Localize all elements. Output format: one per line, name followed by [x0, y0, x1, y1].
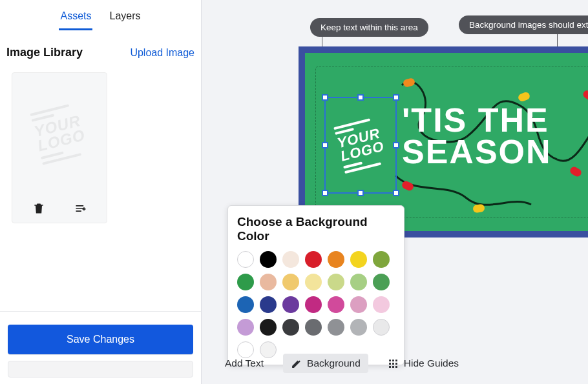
color-swatch[interactable]	[282, 274, 299, 290]
hide-guides-label: Hide Guides	[404, 358, 459, 369]
resize-handle[interactable]	[357, 190, 364, 196]
color-swatch[interactable]	[305, 251, 322, 268]
headline-line2: SEASON	[402, 136, 552, 168]
color-swatch[interactable]	[328, 251, 344, 268]
color-swatch[interactable]	[282, 319, 299, 336]
color-swatch[interactable]	[260, 319, 277, 336]
upload-image-link[interactable]: Upload Image	[130, 47, 194, 59]
color-swatch[interactable]	[237, 296, 254, 313]
resize-handle[interactable]	[322, 190, 328, 196]
background-button[interactable]: Background	[283, 354, 368, 373]
asset-thumbnail: YOUR LOGO	[21, 79, 98, 188]
resize-handle[interactable]	[357, 94, 364, 101]
secondary-button[interactable]	[8, 361, 193, 378]
color-swatch[interactable]	[305, 296, 322, 313]
left-sidebar: Assets Layers Image Library Upload Image…	[0, 0, 202, 384]
canvas-area: Keep text within this area Background im…	[202, 0, 588, 384]
asset-actions	[17, 199, 101, 217]
color-swatch[interactable]	[350, 274, 367, 290]
canvas-toolbar: Add Text Background Hide Guides	[217, 354, 467, 373]
add-text-label: Add Text	[225, 358, 264, 369]
color-swatch[interactable]	[260, 274, 277, 290]
background-color-popover: Choose a Background Color	[227, 205, 404, 365]
sidebar-tabs: Assets Layers	[0, 0, 201, 30]
grid-icon	[388, 358, 399, 369]
background-label: Background	[307, 358, 361, 369]
asset-card[interactable]: YOUR LOGO	[12, 72, 107, 223]
tab-assets[interactable]: Assets	[59, 5, 92, 30]
resize-handle[interactable]	[393, 190, 399, 196]
tab-layers[interactable]: Layers	[108, 5, 142, 30]
color-swatch[interactable]	[328, 296, 344, 313]
library-title: Image Library	[6, 46, 83, 59]
color-swatch[interactable]	[328, 319, 344, 336]
tooltip-bleed-text: Background images should exten	[469, 20, 588, 30]
edit-icon	[291, 358, 302, 369]
color-swatch[interactable]	[373, 251, 390, 268]
library-header: Image Library Upload Image	[0, 30, 201, 66]
color-swatch[interactable]	[373, 274, 390, 290]
add-text-button[interactable]: Add Text	[217, 354, 271, 373]
selected-logo-element[interactable]: YOUR LOGO	[324, 97, 397, 194]
trash-icon[interactable]	[32, 202, 45, 215]
color-swatch[interactable]	[305, 274, 322, 290]
color-swatch[interactable]	[237, 251, 254, 268]
design-background: YOUR LOGO 'TIS THE SEASON	[305, 53, 588, 231]
add-layer-icon[interactable]	[74, 202, 87, 215]
save-changes-button[interactable]: Save Changes	[8, 325, 193, 354]
color-swatch[interactable]	[305, 319, 322, 336]
color-swatch[interactable]	[350, 251, 367, 268]
color-swatch[interactable]	[282, 296, 299, 313]
popover-title: Choose a Background Color	[237, 215, 395, 243]
resize-handle[interactable]	[393, 142, 399, 148]
tooltip-safe-area: Keep text within this area	[310, 18, 428, 37]
resize-handle[interactable]	[322, 94, 328, 101]
color-swatch[interactable]	[237, 319, 254, 336]
color-swatch[interactable]	[373, 319, 390, 336]
color-swatch[interactable]	[350, 319, 367, 336]
color-swatch[interactable]	[260, 296, 277, 313]
hide-guides-button[interactable]: Hide Guides	[380, 354, 467, 373]
color-swatch[interactable]	[282, 251, 299, 268]
color-swatches	[237, 251, 395, 358]
color-swatch[interactable]	[237, 274, 254, 290]
color-swatch[interactable]	[373, 296, 390, 313]
color-swatch[interactable]	[328, 274, 344, 290]
headline-line1: 'TIS THE	[402, 105, 552, 136]
tooltip-bleed: Background images should exten	[459, 15, 588, 34]
resize-handle[interactable]	[322, 142, 328, 148]
tooltip-safe-area-text: Keep text within this area	[320, 23, 418, 32]
headline-text[interactable]: 'TIS THE SEASON	[402, 105, 552, 168]
resize-handle[interactable]	[393, 94, 399, 101]
color-swatch[interactable]	[350, 296, 367, 313]
color-swatch[interactable]	[260, 251, 277, 268]
